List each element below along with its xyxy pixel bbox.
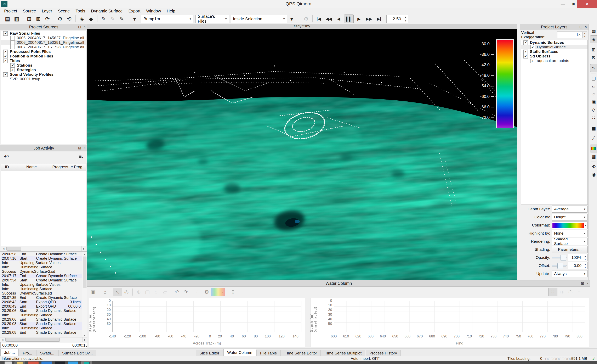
log-row[interactable]: Info: Updating Surface Values xyxy=(1,261,82,265)
skip-last-icon[interactable]: ▶| xyxy=(374,15,384,23)
log-vscrollbar[interactable]: ▲ ▼ xyxy=(82,252,87,337)
spin-down-icon[interactable]: ▾ xyxy=(582,35,587,38)
play-button[interactable]: ▶ xyxy=(354,15,364,23)
opacity-slider[interactable] xyxy=(552,257,566,258)
spin-up-icon[interactable]: ▴ xyxy=(583,262,588,266)
select-box-handles-icon[interactable]: ▣ xyxy=(590,98,597,106)
edit-swath-icon[interactable]: ✎ xyxy=(108,15,117,23)
slider-thumb[interactable] xyxy=(558,263,563,269)
log-row[interactable]: Info: Illuminating Surface xyxy=(1,326,82,330)
taskbar-app-blue-icon[interactable] xyxy=(41,362,52,364)
select-polygon-icon[interactable]: ▱ xyxy=(590,83,597,90)
taskbar-app-skype-icon[interactable] xyxy=(68,362,78,364)
checkbox[interactable] xyxy=(3,59,8,63)
tree-row[interactable]: Sd Objects xyxy=(521,54,588,58)
vertical-exaggeration-input[interactable]: 1× xyxy=(557,32,582,38)
close-panel-icon[interactable]: × xyxy=(84,146,86,150)
pause-button[interactable]: ▌▌ xyxy=(344,15,354,23)
menu-item[interactable]: Scene xyxy=(55,9,73,14)
rendering-combo[interactable]: Shaded Surface ▾ xyxy=(552,238,588,245)
spin-up-icon[interactable]: ▴ xyxy=(403,15,408,19)
layout-grid-icon[interactable]: ▦ xyxy=(590,28,597,35)
undo-icon[interactable]: ↶ xyxy=(173,288,181,296)
zoom-icon[interactable]: ◎ xyxy=(122,288,131,296)
checkbox[interactable] xyxy=(3,54,8,58)
select-rectangle-icon[interactable]: ▢ xyxy=(590,75,597,82)
column-header-time-progress[interactable]: e Prog xyxy=(70,163,83,171)
checkbox[interactable] xyxy=(3,50,8,54)
menu-item[interactable]: Layer xyxy=(39,9,55,14)
processing-settings-icon[interactable]: ⚙ xyxy=(55,15,65,23)
tree-row[interactable]: 0007_20040617_151728_Pingeline.all xyxy=(1,45,86,49)
column-header-id[interactable]: ID xyxy=(1,163,13,171)
checkbox[interactable] xyxy=(523,50,528,54)
taskbar-app-red-icon[interactable] xyxy=(28,362,39,364)
scroll-down-icon[interactable]: ▼ xyxy=(82,333,87,337)
plot-area[interactable] xyxy=(112,301,301,332)
scroll-right-icon[interactable]: ▶ xyxy=(81,246,86,251)
log-row[interactable]: 20:29:08 Start Shade Dynamic Surface xyxy=(1,322,82,326)
taskbar-qimera-active-icon[interactable] xyxy=(81,362,92,364)
file-explorer-icon[interactable] xyxy=(15,362,25,364)
spinner-arrows[interactable]: ▴ ▾ xyxy=(582,32,587,38)
new-dynamic-surface-icon[interactable]: ◈ xyxy=(77,15,86,23)
zoom-extents-surface-icon[interactable]: ⊞ xyxy=(590,46,597,54)
log-row[interactable]: Info: Updating Surface Values xyxy=(1,283,82,287)
add-raw-sonar-files-icon[interactable]: ▤ xyxy=(3,15,12,23)
log-row[interactable]: 20:08:43 Start Export QPD 3 lines xyxy=(1,300,82,304)
tree-row[interactable]: 0005_20040617_145627_Pingeline.all xyxy=(1,36,86,40)
float-panel-icon[interactable]: ⊡ xyxy=(78,25,81,29)
tree-row[interactable]: Position & Motion Files xyxy=(1,54,86,58)
fast-rewind-icon[interactable]: ◀◀ xyxy=(324,15,333,23)
profile-chart-icon[interactable]: ▅ xyxy=(590,124,597,132)
save-plot-icon[interactable]: ▣ xyxy=(88,288,97,296)
add-sonar-source-icon[interactable]: ⊞ xyxy=(25,15,34,23)
spinner-arrows[interactable]: ▴ ▾ xyxy=(403,15,408,23)
log-row[interactable]: Success DynamicSurface-2.sd xyxy=(1,269,82,274)
fast-forward-icon[interactable]: ▶▶ xyxy=(364,15,374,23)
menu-item[interactable]: Help xyxy=(164,9,178,14)
across-track-plot[interactable]: Depth (m) (unrefracted) 01020304050 -140… xyxy=(89,298,305,348)
tree-row[interactable]: Stations xyxy=(1,63,86,68)
tree-row[interactable]: Sound Velocity Profiles xyxy=(1,72,86,77)
spin-down-icon[interactable]: ▾ xyxy=(583,266,588,269)
add-processed-point-files-icon[interactable]: ▥ xyxy=(12,15,21,23)
filter-edit-icon[interactable]: ▼ xyxy=(130,15,139,23)
log-row[interactable]: 20:08:43 End Export QPD 00:00:0 xyxy=(1,304,82,309)
wc-colormap-select[interactable] xyxy=(211,288,225,296)
select-rotated-rect-icon[interactable]: ◇ xyxy=(590,106,597,114)
offset-slider[interactable] xyxy=(552,265,566,267)
shading-parameters-button[interactable]: Parameters... xyxy=(552,246,588,253)
close-panel-icon[interactable]: × xyxy=(84,25,86,29)
log-row[interactable]: Info: Illuminating Surface xyxy=(1,287,82,291)
undo-job-icon[interactable]: ↶ xyxy=(2,152,11,161)
job-list-options-icon[interactable]: ≡ ▾ xyxy=(77,153,86,160)
view-2d-surface-icon[interactable]: ◈ xyxy=(590,35,597,43)
checkbox[interactable] xyxy=(10,45,15,49)
scene-3d-render[interactable]: ) xyxy=(87,29,517,280)
tree-row[interactable]: aquaculture points xyxy=(521,58,588,63)
step-back-icon[interactable]: ◀ xyxy=(334,15,343,23)
checkbox[interactable] xyxy=(10,40,15,45)
checkbox[interactable] xyxy=(10,68,15,72)
home-view-icon[interactable]: ⌂ xyxy=(101,288,110,296)
spinner-arrows[interactable]: ▴ ▾ xyxy=(583,262,588,269)
scene-3d-viewport[interactable]: fishy fishy xyxy=(87,24,517,280)
menu-item[interactable]: Source xyxy=(20,9,39,14)
arc-mode-icon[interactable]: ◠ xyxy=(566,288,575,296)
edit-surface-points-icon[interactable]: ✎ xyxy=(117,15,126,23)
log-row[interactable]: Success DynamicSurface.sd xyxy=(1,291,82,296)
float-panel-icon[interactable]: ⊡ xyxy=(581,281,584,285)
spinner-arrows[interactable]: ▴ ▾ xyxy=(583,254,588,261)
column-header-name[interactable]: Name xyxy=(13,163,50,171)
select-points-icon[interactable]: ∷ xyxy=(590,114,597,122)
tree-row[interactable]: SVP_00001.bsvp xyxy=(1,77,86,81)
menu-item[interactable]: Window xyxy=(143,9,164,14)
beam-fan-mode-icon[interactable]: ≋ xyxy=(558,288,566,296)
edit-soundings-icon[interactable]: ✎ xyxy=(99,15,108,23)
selection-settings-icon[interactable]: ⚙ xyxy=(302,15,311,23)
log-row[interactable]: Info: Illuminating Surface xyxy=(1,313,82,317)
update-combo[interactable]: Always ▾ xyxy=(552,270,588,277)
spin-down-icon[interactable]: ▾ xyxy=(403,19,408,23)
select-polygon-icon[interactable]: ▱ xyxy=(160,288,169,296)
